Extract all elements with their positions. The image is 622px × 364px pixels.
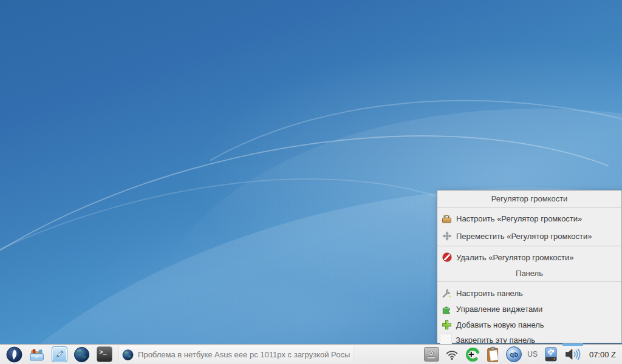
- web-browser-launcher[interactable]: [73, 346, 90, 363]
- system-tray: qb US: [423, 346, 616, 362]
- task-globe-icon: [122, 349, 134, 361]
- usb-drive-icon: [543, 346, 559, 363]
- widgets-puzzle-icon: [442, 304, 452, 314]
- wifi-icon: [445, 347, 459, 362]
- menu-header-volume-applet: Регулятор громкости: [437, 190, 621, 207]
- updates-icon: [465, 346, 480, 363]
- remove-forbidden-icon: [442, 252, 452, 263]
- menu-item-label: Управление виджетами: [456, 305, 542, 314]
- globe-icon: [73, 346, 90, 363]
- add-plus-icon: [442, 320, 452, 330]
- menu-separator: [437, 281, 621, 282]
- applet-active-indicator: [562, 343, 583, 346]
- tray-qbittorrent-item[interactable]: qb: [506, 346, 522, 362]
- keyboard-layout-indicator[interactable]: US: [527, 350, 538, 359]
- menu-item-remove-applet[interactable]: Удалить «Регулятор громкости»: [437, 249, 621, 265]
- clock[interactable]: 07:00 Z: [589, 350, 616, 359]
- tray-clipboard-item[interactable]: [485, 346, 501, 362]
- tray-settings-item[interactable]: [423, 346, 439, 362]
- qbittorrent-icon: qb: [506, 346, 522, 362]
- terminal-icon: >_: [97, 346, 112, 362]
- terminal-launcher[interactable]: >_: [96, 346, 112, 363]
- menu-item-manage-widgets[interactable]: Управление виджетами: [437, 301, 621, 317]
- file-manager-launcher[interactable]: [29, 346, 45, 363]
- system-tray-settings-icon: [424, 347, 439, 362]
- launcher-area: >_: [6, 346, 112, 363]
- text-editor-launcher[interactable]: [51, 346, 67, 363]
- menu-item-configure-applet[interactable]: Настроить «Регулятор громкости»: [437, 211, 621, 226]
- menu-item-move-applet[interactable]: Переместить «Регулятор громкости»: [437, 228, 621, 244]
- menu-item-label: Настроить «Регулятор громкости»: [456, 214, 582, 223]
- tray-network-item[interactable]: [444, 346, 460, 362]
- volume-icon: [564, 347, 581, 362]
- menu-item-label: Добавить новую панель: [456, 320, 544, 329]
- move-arrows-icon: [442, 231, 452, 241]
- rosa-menu-launcher[interactable]: [6, 346, 22, 363]
- menu-item-add-panel[interactable]: Добавить новую панель: [437, 317, 621, 332]
- menu-separator: [437, 246, 621, 246]
- menu-item-configure-panel[interactable]: Настроить панель: [437, 285, 621, 301]
- applet-context-menu: Регулятор громкости Настроить «Регулятор…: [437, 190, 622, 343]
- menu-header-panel: Панель: [437, 265, 621, 281]
- tray-device-notifier-item[interactable]: [543, 346, 559, 362]
- tray-volume-item[interactable]: [564, 346, 582, 362]
- task-title: Проблема в нетбуке Asus eee pc 1011px с …: [138, 350, 350, 359]
- menu-item-label: Удалить «Регулятор громкости»: [456, 253, 573, 262]
- menu-item-label: Закрепить эту панель: [456, 335, 535, 345]
- tray-updates-item[interactable]: [465, 346, 480, 362]
- text-editor-icon: [52, 346, 67, 362]
- toolbox-configure-icon: [442, 214, 452, 224]
- taskbar-task-browser[interactable]: Проблема в нетбуке Asus eee pc 1011px с …: [118, 346, 354, 363]
- clipboard-icon: [485, 346, 501, 363]
- rosa-logo-icon: [6, 346, 22, 363]
- menu-item-label: Переместить «Регулятор громкости»: [456, 232, 592, 241]
- menu-separator: [437, 207, 621, 207]
- menu-item-label: Настроить панель: [456, 289, 523, 298]
- file-manager-icon: [29, 346, 45, 363]
- wrench-icon: [442, 288, 452, 298]
- taskbar-panel: >_ Проблема в нетбуке Asus eee pc 1011px…: [0, 344, 622, 364]
